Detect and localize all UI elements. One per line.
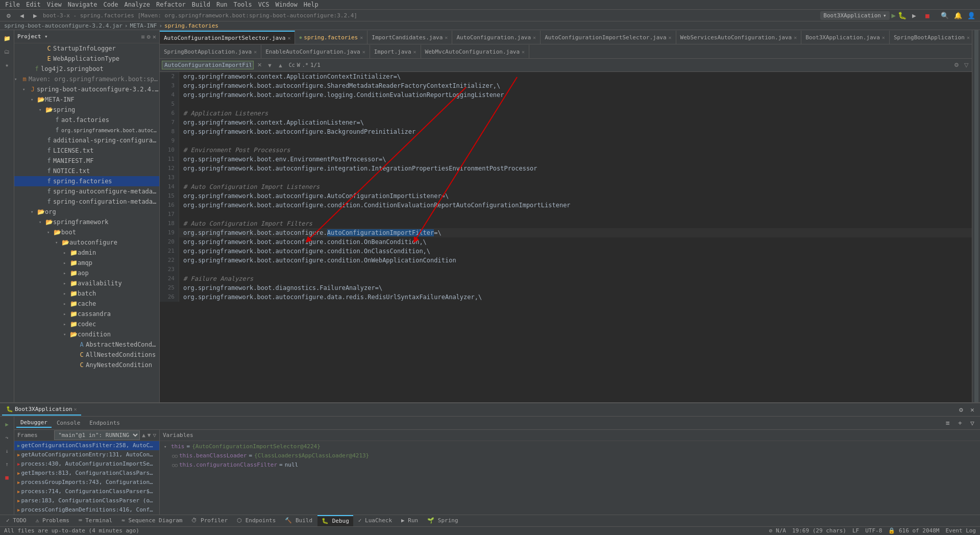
tab-importcandidates[interactable]: ImportCandidates.java ✕: [368, 31, 452, 44]
search-input[interactable]: [162, 61, 254, 69]
frame-item[interactable]: ▶ getConfigurationClassFilter:258, AutoC…: [14, 441, 159, 450]
search-filter-button[interactable]: ▽: [963, 61, 970, 69]
var-expand-icon[interactable]: ○○: [172, 463, 177, 468]
search-everywhere-icon[interactable]: 🔍: [939, 10, 950, 21]
vertical-scrollbar[interactable]: [974, 30, 978, 402]
tree-item-autoconfigimports[interactable]: f org.springframework.boot.autoconfigure…: [14, 125, 159, 135]
tab-endpoints[interactable]: ⬡ Endpoints: [233, 515, 280, 526]
frame-item[interactable]: ▶ getImports:813, ConfigurationClassPars…: [14, 469, 159, 478]
search-close-button[interactable]: ✕: [256, 61, 263, 69]
frame-item[interactable]: ▶ process:714, ConfigurationClassParser$…: [14, 487, 159, 496]
thread-select[interactable]: "main"@1 in": RUNNING: [54, 430, 140, 440]
tab-webmvcauto[interactable]: WebMvcAutoConfiguration.java ✕: [421, 45, 529, 58]
debug-tab-close-icon[interactable]: ✕: [74, 406, 77, 412]
debug-stepout-icon[interactable]: ↑: [1, 458, 13, 471]
debug-stepover-icon[interactable]: ↷: [1, 432, 13, 444]
menu-help[interactable]: Help: [301, 0, 322, 9]
tab-close-icon[interactable]: ✕: [287, 35, 290, 41]
project-strip-icon[interactable]: 📁: [1, 32, 13, 44]
tree-item-license[interactable]: f LICENSE.txt: [14, 145, 159, 156]
tree-item-aot-factories[interactable]: f aot.factories: [14, 115, 159, 125]
debug-button[interactable]: 🐛: [898, 11, 906, 19]
search-options-button[interactable]: ⚙: [952, 61, 961, 69]
status-event-log[interactable]: Event Log: [945, 527, 976, 534]
tab-springfactories[interactable]: ● spring.factories ✕: [295, 31, 368, 44]
tree-item-abstractnestedcondition[interactable]: A AbstractNestedCondition: [14, 339, 159, 350]
tree-item-manifest[interactable]: f MANIFEST.MF: [14, 156, 159, 166]
status-position[interactable]: 19:69 (29 chars): [792, 527, 846, 534]
console-subtab[interactable]: Console: [53, 419, 84, 427]
tab-close-icon[interactable]: ✕: [360, 35, 363, 40]
debug-tab-boot3x[interactable]: 🐛 Boot3XApplication ✕: [2, 403, 81, 416]
frame-item[interactable]: ▶ parse:183, ConfigurationClassParser (o…: [14, 496, 159, 505]
tab-close-icon[interactable]: ✕: [445, 35, 448, 40]
tree-close-icon[interactable]: ✕: [153, 33, 156, 40]
menu-tools[interactable]: Tools: [231, 0, 255, 9]
coverage-button[interactable]: ▶: [909, 10, 920, 21]
tab-boot3xapp[interactable]: Boot3XApplication.java ✕: [801, 31, 890, 44]
tab-debug[interactable]: 🐛 Debug: [317, 515, 353, 526]
status-na[interactable]: ⊘ N/A: [769, 527, 786, 534]
menu-window[interactable]: Window: [272, 0, 300, 9]
tab-close-icon[interactable]: ✕: [362, 49, 365, 55]
tree-item-spring-factories[interactable]: f spring.factories: [14, 176, 159, 186]
tab-springbootapp[interactable]: SpringBootApplication ✕: [890, 31, 972, 44]
debug-stepinto-icon[interactable]: ↓: [1, 445, 13, 457]
tree-item-startupinfologger[interactable]: C StartupInfoLogger: [14, 43, 159, 54]
tab-close-icon[interactable]: ✕: [882, 35, 885, 40]
favorites-strip-icon[interactable]: ★: [1, 59, 13, 71]
tree-item-cassandra[interactable]: ▸ 📁 cassandra: [14, 309, 159, 319]
run-config[interactable]: Boot3XApplication ▾: [820, 11, 889, 20]
tree-item-codec[interactable]: ▸ 📁 codec: [14, 319, 159, 329]
back-icon[interactable]: ◀: [16, 10, 28, 21]
run-config-dropdown-icon[interactable]: ▾: [883, 12, 887, 19]
tree-settings-icon[interactable]: ⚙: [147, 33, 151, 40]
tree-item-org[interactable]: ▾ 📂 org: [14, 207, 159, 217]
menu-analyze[interactable]: Analyze: [121, 0, 153, 9]
menu-view[interactable]: View: [44, 0, 65, 9]
tab-autoconfigimportselector[interactable]: AutoConfigurationImportSelector.java ✕: [160, 31, 295, 44]
tab-close-icon[interactable]: ✕: [254, 49, 257, 55]
user-icon[interactable]: 👤: [966, 10, 977, 21]
tree-item-condition[interactable]: ▾ 📂 condition: [14, 329, 159, 339]
tab-autoconfigimportselector2[interactable]: AutoConfigurationImportSelector.java ✕: [541, 31, 676, 44]
tab-importjava[interactable]: Import.java ✕: [370, 45, 421, 58]
menu-navigate[interactable]: Navigate: [65, 0, 101, 9]
tree-item-cache[interactable]: ▸ 📁 cache: [14, 299, 159, 309]
status-memory[interactable]: 🔒 616 of 2048M: [888, 527, 939, 534]
tree-item-spring[interactable]: ▾ 📂 spring: [14, 105, 159, 115]
menu-refactor[interactable]: Refactor: [153, 0, 189, 9]
tree-item-meta-inf[interactable]: ▾ 📂 META-INF: [14, 94, 159, 105]
code-editor[interactable]: 2 org.springframework.context.Applicatio…: [160, 72, 972, 402]
tree-item-amqp[interactable]: ▸ 📁 amqp: [14, 258, 159, 268]
tab-spring[interactable]: 🌱 Spring: [423, 515, 462, 526]
tab-terminal[interactable]: ⌨ Terminal: [75, 515, 116, 526]
tree-item-allnestedconditions[interactable]: C AllNestedConditions: [14, 350, 159, 360]
frame-item[interactable]: ▶ getAutoConfigurationEntry:131, AutoCon…: [14, 450, 159, 459]
frame-nav-up[interactable]: ▲: [142, 432, 145, 439]
debug-frames-icon[interactable]: ≡: [942, 417, 953, 428]
menu-run[interactable]: Run: [213, 0, 231, 9]
structure-strip-icon[interactable]: 🗂: [1, 45, 13, 58]
menu-edit[interactable]: Edit: [23, 0, 44, 9]
tab-webservicesauto[interactable]: WebServicesAutoConfiguration.java ✕: [676, 31, 802, 44]
forward-icon[interactable]: ▶: [30, 10, 41, 21]
endpoints-subtab[interactable]: Endpoints: [85, 419, 124, 427]
tree-item-autoconfigure-meta[interactable]: f spring-autoconfigure-metadata.properti…: [14, 186, 159, 197]
tree-item-notice[interactable]: f NOTICE.txt: [14, 166, 159, 176]
tab-close-icon[interactable]: ✕: [533, 35, 536, 40]
tab-close-icon[interactable]: ✕: [794, 35, 797, 40]
frame-item[interactable]: ▶ process:430, AutoConfigurationImportSe…: [14, 459, 159, 469]
tab-close-icon[interactable]: ✕: [522, 49, 525, 55]
tree-item-maven-autoconfigure[interactable]: ▾ m Maven: org.springframework.boot:spri…: [14, 74, 159, 84]
tab-todo[interactable]: ✓ TODO: [2, 515, 31, 526]
debug-stop-icon[interactable]: ■: [1, 472, 13, 484]
frame-filter-icon[interactable]: ▽: [153, 432, 156, 439]
tree-item-webapptype[interactable]: E WebApplicationType: [14, 54, 159, 64]
tab-close-icon[interactable]: ✕: [413, 49, 416, 55]
tree-item-admin[interactable]: ▸ 📁 admin: [14, 248, 159, 258]
tree-item-autoconfigure[interactable]: ▾ 📂 autoconfigure: [14, 237, 159, 248]
debug-settings-icon[interactable]: ⚙: [955, 404, 967, 415]
frame-item[interactable]: ▶ processGroupImports:743, Configuration…: [14, 478, 159, 487]
breadcrumb-jar[interactable]: spring-boot-autoconfigure-3.2.4.jar: [4, 22, 122, 29]
